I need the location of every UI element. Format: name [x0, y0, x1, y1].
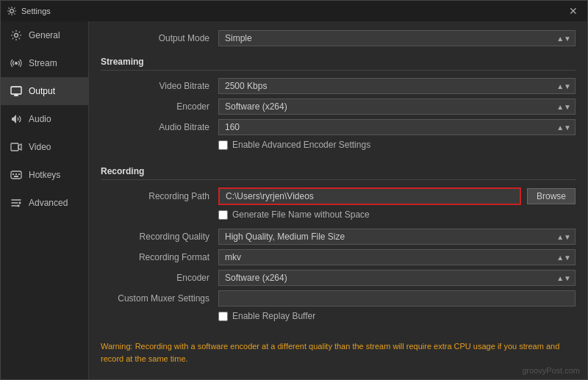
- generate-filename-label[interactable]: Generate File Name without Space: [232, 209, 370, 220]
- recording-encoder-control: Software (x264) Hardware (NVENC) Hardwar…: [218, 270, 576, 286]
- audio-bitrate-select-wrap: 160 96 128 192 320 ▲▼: [218, 119, 576, 135]
- sidebar-item-advanced[interactable]: Advanced: [1, 189, 88, 217]
- recording-section-header: Recording: [101, 166, 576, 180]
- audio-bitrate-select[interactable]: 160 96 128 192 320: [218, 119, 576, 135]
- streaming-encoder-control: Software (x264) Hardware (NVENC) Hardwar…: [218, 98, 576, 115]
- custom-muxer-row: Custom Muxer Settings: [101, 290, 576, 306]
- svg-point-0: [10, 10, 14, 13]
- recording-quality-select-wrap: High Quality, Medium File Size Same as s…: [218, 229, 576, 245]
- video-bitrate-select[interactable]: 2500 Kbps 500 Kbps 1000 Kbps 5000 Kbps: [218, 78, 576, 94]
- sidebar-item-stream[interactable]: Stream: [1, 49, 88, 77]
- sidebar-label-audio: Audio: [29, 114, 51, 124]
- recording-quality-label: Recording Quality: [101, 232, 218, 242]
- window-title: Settings: [21, 7, 51, 15]
- custom-muxer-input[interactable]: [218, 290, 576, 306]
- generate-filename-row: Generate File Name without Space: [101, 209, 576, 224]
- svg-point-10: [19, 202, 21, 204]
- streaming-encoder-row: Encoder Software (x264) Hardware (NVENC)…: [101, 98, 576, 115]
- svg-rect-9: [14, 176, 18, 177]
- recording-section: Recording Recording Path Browse Generate…: [101, 166, 576, 326]
- recording-quality-control: High Quality, Medium File Size Same as s…: [218, 229, 576, 245]
- svg-point-2: [15, 62, 18, 65]
- sidebar: General Stream: [1, 21, 89, 379]
- recording-quality-select[interactable]: High Quality, Medium File Size Same as s…: [218, 229, 576, 245]
- recording-format-row: Recording Format mkv mp4 ts mov flv ▲▼: [101, 249, 576, 265]
- recording-format-control: mkv mp4 ts mov flv ▲▼: [218, 249, 576, 265]
- advanced-icon: [10, 196, 23, 209]
- audio-bitrate-row: Audio Bitrate 160 96 128 192 320 ▲▼: [101, 119, 576, 135]
- sidebar-item-audio[interactable]: Audio: [1, 105, 88, 133]
- custom-muxer-label: Custom Muxer Settings: [101, 293, 218, 304]
- recording-path-row: Recording Path Browse: [101, 187, 576, 205]
- sidebar-item-general[interactable]: General: [1, 21, 88, 49]
- streaming-encoder-select-wrap: Software (x264) Hardware (NVENC) Hardwar…: [218, 98, 576, 115]
- svg-rect-4: [11, 143, 18, 151]
- replay-buffer-checkbox[interactable]: [218, 312, 228, 321]
- sidebar-label-general: General: [29, 30, 60, 40]
- recording-encoder-row: Encoder Software (x264) Hardware (NVENC)…: [101, 270, 576, 286]
- streaming-encoder-select[interactable]: Software (x264) Hardware (NVENC) Hardwar…: [218, 98, 576, 115]
- replay-buffer-label[interactable]: Enable Replay Buffer: [232, 311, 315, 321]
- sidebar-item-output[interactable]: Output: [1, 77, 88, 105]
- output-icon: [10, 85, 23, 98]
- audio-icon: [10, 112, 23, 126]
- replay-buffer-control: Enable Replay Buffer: [218, 311, 576, 321]
- video-bitrate-row: Video Bitrate 2500 Kbps 500 Kbps 1000 Kb…: [101, 78, 576, 94]
- advanced-encoder-checkbox-label[interactable]: Enable Advanced Encoder Settings: [232, 140, 370, 150]
- watermark: groovyPost.com: [522, 366, 580, 375]
- title-bar: Settings ✕: [1, 1, 587, 21]
- output-mode-row: Output Mode Simple Advanced ▲▼: [101, 30, 576, 46]
- video-bitrate-label: Video Bitrate: [101, 81, 218, 91]
- warning-text: Warning: Recording with a software encod…: [101, 337, 576, 368]
- svg-rect-6: [12, 173, 14, 175]
- content-area: General Stream: [1, 21, 587, 379]
- recording-encoder-select[interactable]: Software (x264) Hardware (NVENC) Hardwar…: [218, 270, 576, 286]
- sidebar-label-output: Output: [29, 86, 55, 96]
- audio-bitrate-label: Audio Bitrate: [101, 122, 218, 132]
- sidebar-label-video: Video: [29, 142, 51, 152]
- video-bitrate-control: 2500 Kbps 500 Kbps 1000 Kbps 5000 Kbps ▲…: [218, 78, 576, 94]
- recording-format-select[interactable]: mkv mp4 ts mov flv: [218, 249, 576, 265]
- custom-muxer-control: [218, 290, 576, 306]
- output-mode-select[interactable]: Simple Advanced: [218, 30, 576, 46]
- sidebar-item-hotkeys[interactable]: Hotkeys: [1, 161, 88, 189]
- recording-format-select-wrap: mkv mp4 ts mov flv ▲▼: [218, 249, 576, 265]
- advanced-encoder-checkbox[interactable]: [218, 140, 228, 150]
- main-panel: Output Mode Simple Advanced ▲▼ Streaming…: [89, 21, 587, 379]
- streaming-section: Streaming Video Bitrate 2500 Kbps 500 Kb…: [101, 57, 576, 154]
- advanced-encoder-settings-control: Enable Advanced Encoder Settings: [218, 140, 576, 150]
- recording-path-label: Recording Path: [101, 191, 218, 201]
- recording-format-label: Recording Format: [101, 252, 218, 262]
- sidebar-item-video[interactable]: Video: [1, 133, 88, 161]
- stream-icon: [10, 57, 23, 70]
- title-bar-left: Settings: [7, 6, 51, 16]
- settings-window-icon: [7, 6, 17, 16]
- streaming-section-header: Streaming: [101, 57, 576, 71]
- video-bitrate-select-wrap: 2500 Kbps 500 Kbps 1000 Kbps 5000 Kbps ▲…: [218, 78, 576, 94]
- recording-encoder-select-wrap: Software (x264) Hardware (NVENC) Hardwar…: [218, 270, 576, 286]
- sidebar-label-advanced: Advanced: [29, 198, 68, 208]
- output-mode-select-wrap: Simple Advanced ▲▼: [218, 30, 576, 46]
- sidebar-label-hotkeys: Hotkeys: [29, 170, 60, 180]
- video-icon: [10, 140, 23, 154]
- recording-encoder-label: Encoder: [101, 273, 218, 283]
- close-button[interactable]: ✕: [565, 3, 581, 19]
- svg-rect-8: [18, 173, 20, 175]
- svg-rect-3: [11, 87, 21, 94]
- svg-point-11: [18, 205, 20, 207]
- browse-button[interactable]: Browse: [527, 188, 576, 204]
- svg-rect-7: [15, 173, 17, 175]
- svg-point-1: [15, 34, 18, 37]
- generate-filename-control: Generate File Name without Space: [218, 209, 576, 220]
- recording-path-control: Browse: [218, 187, 576, 205]
- hotkeys-icon: [10, 168, 23, 182]
- output-mode-label: Output Mode: [101, 33, 218, 43]
- replay-buffer-row: Enable Replay Buffer: [101, 311, 576, 326]
- advanced-encoder-settings-row: Enable Advanced Encoder Settings: [101, 140, 576, 154]
- streaming-encoder-label: Encoder: [101, 101, 218, 112]
- recording-quality-row: Recording Quality High Quality, Medium F…: [101, 229, 576, 245]
- recording-path-input[interactable]: [218, 187, 521, 205]
- sidebar-label-stream: Stream: [29, 58, 57, 68]
- generate-filename-checkbox[interactable]: [218, 210, 228, 220]
- general-icon: [10, 29, 23, 42]
